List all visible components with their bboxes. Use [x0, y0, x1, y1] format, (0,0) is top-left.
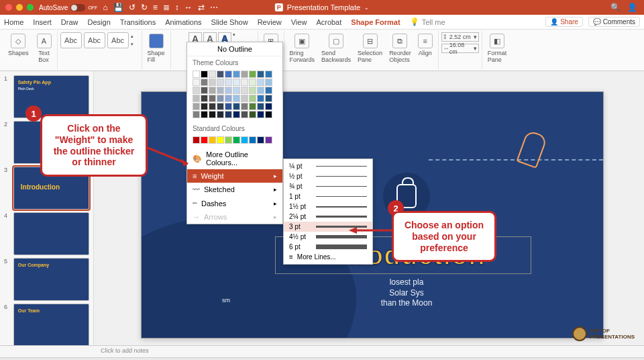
colour-swatch[interactable]	[201, 79, 208, 86]
home-icon[interactable]: ⌂	[103, 3, 107, 12]
search-icon[interactable]: 🔍	[610, 3, 621, 12]
qa-icon[interactable]: ⇄	[198, 3, 205, 12]
height-input[interactable]: ‡ 2.52 cm ▾	[441, 32, 479, 42]
colour-swatch[interactable]	[217, 111, 224, 118]
colour-swatch[interactable]	[257, 71, 264, 78]
thumbnail[interactable]	[13, 212, 89, 255]
colour-swatch[interactable]	[233, 79, 240, 86]
tab-shape-format[interactable]: Shape Format	[351, 18, 400, 26]
style-gallery-scroll[interactable]: ▴▾	[131, 32, 139, 48]
colour-swatch[interactable]	[257, 103, 264, 110]
qa-icon[interactable]: ↕	[175, 3, 179, 12]
more-lines-option[interactable]: ≡More Lines...	[284, 252, 372, 262]
colour-swatch[interactable]	[257, 136, 264, 144]
qa-icon[interactable]: ≡	[153, 3, 158, 12]
tab-transitions[interactable]: Transitions	[120, 18, 156, 26]
colour-swatch[interactable]	[265, 79, 272, 86]
colour-swatch[interactable]	[217, 103, 224, 110]
colour-swatch[interactable]	[209, 103, 216, 110]
bring-forward-button[interactable]: ▣Bring Forwards	[287, 32, 318, 64]
no-outline-option[interactable]: No Outline	[187, 42, 282, 56]
colour-swatch[interactable]	[209, 87, 216, 94]
colour-swatch[interactable]	[209, 111, 216, 118]
colour-swatch[interactable]	[217, 71, 224, 78]
thumbnail[interactable]: Our Team	[13, 304, 89, 345]
colour-swatch[interactable]	[257, 87, 264, 94]
weight-submenu[interactable]: ≡Weight	[187, 169, 282, 183]
colour-swatch[interactable]	[193, 71, 200, 78]
textbox-button[interactable]: AText Box	[34, 32, 54, 64]
tab-view[interactable]: View	[291, 18, 307, 26]
colour-swatch[interactable]	[265, 103, 272, 110]
colour-swatch[interactable]	[225, 103, 232, 110]
colour-swatch[interactable]	[225, 136, 232, 144]
slide-thumbnails[interactable]: 1Safety Pin AppPitch Deck 2 3Introductio…	[0, 71, 94, 345]
minimize-icon[interactable]	[16, 4, 23, 11]
tab-design[interactable]: Design	[88, 18, 111, 26]
colour-swatch[interactable]	[265, 136, 272, 144]
colour-swatch[interactable]	[233, 87, 240, 94]
colour-swatch[interactable]	[241, 71, 248, 78]
colour-swatch[interactable]	[217, 79, 224, 86]
selection-pane-button[interactable]: ⊟Selection Pane	[355, 32, 385, 64]
colour-swatch[interactable]	[193, 111, 200, 118]
chevron-down-icon[interactable]: ⌄	[364, 5, 369, 11]
colour-swatch[interactable]	[217, 136, 224, 144]
colour-swatch[interactable]	[201, 71, 208, 78]
colour-swatch[interactable]	[225, 79, 232, 86]
width-input[interactable]: ↔ 16.08 cm ▾	[441, 44, 479, 53]
align-button[interactable]: ≡Align	[415, 32, 435, 58]
comments-button[interactable]: 💬 Comments	[588, 17, 640, 27]
tab-insert[interactable]: Insert	[33, 18, 52, 26]
colour-swatch[interactable]	[201, 111, 208, 118]
standard-colour-swatches[interactable]	[187, 135, 282, 148]
user-icon[interactable]: 👤	[627, 3, 637, 12]
colour-swatch[interactable]	[201, 103, 208, 110]
colour-swatch[interactable]	[225, 87, 232, 94]
thumbnail[interactable]: Our Company	[13, 258, 89, 301]
shape-style-preset[interactable]: Abc	[60, 32, 82, 48]
shape-fill-button[interactable]: Shape Fill	[145, 32, 168, 64]
colour-swatch[interactable]	[225, 95, 232, 102]
weight-option[interactable]: ¼ pt	[284, 161, 372, 171]
colour-swatch[interactable]	[265, 95, 272, 102]
colour-swatch[interactable]	[249, 71, 256, 78]
share-button[interactable]: 👤 Share	[545, 17, 582, 27]
tab-animations[interactable]: Animations	[165, 18, 201, 26]
close-icon[interactable]	[5, 4, 12, 11]
weight-option[interactable]: 2¼ pt	[284, 212, 372, 222]
colour-swatch[interactable]	[241, 95, 248, 102]
tab-acrobat[interactable]: Acrobat	[316, 18, 341, 26]
colour-swatch[interactable]	[233, 95, 240, 102]
save-icon[interactable]: 💾	[113, 3, 123, 12]
weight-option[interactable]: 1 pt	[284, 191, 372, 201]
colour-swatch[interactable]	[249, 103, 256, 110]
colour-swatch[interactable]	[233, 103, 240, 110]
thumbnail[interactable]: Safety Pin AppPitch Deck	[13, 75, 89, 118]
qa-icon[interactable]: ↔	[184, 3, 193, 12]
colour-swatch[interactable]	[257, 111, 264, 118]
more-outline-colours[interactable]: 🎨More Outline Colours...	[187, 148, 282, 169]
shape-style-preset[interactable]: Abc	[84, 32, 105, 48]
shape-outline-dropdown[interactable]: No Outline Theme Colours Standard Colour…	[186, 42, 283, 224]
colour-swatch[interactable]	[249, 136, 256, 144]
colour-swatch[interactable]	[193, 136, 200, 144]
tell-me-search[interactable]: 💡 Tell me	[410, 17, 445, 26]
notes-pane[interactable]: Click to add notes	[0, 345, 644, 357]
qa-icon[interactable]: ≣	[163, 3, 170, 12]
autosave-toggle[interactable]: AutoSave OFF	[39, 4, 97, 11]
colour-swatch[interactable]	[241, 136, 248, 144]
format-pane-button[interactable]: ◧Format Pane	[485, 32, 510, 64]
weight-submenu-panel[interactable]: ¼ pt½ pt¾ pt1 pt1½ pt2¼ pt3 pt4½ pt6 pt≡…	[283, 159, 373, 265]
maximize-icon[interactable]	[27, 4, 34, 11]
colour-swatch[interactable]	[217, 87, 224, 94]
undo-icon[interactable]: ↺	[129, 3, 136, 12]
send-backward-button[interactable]: ▢Send Backwards	[319, 32, 354, 64]
tab-slideshow[interactable]: Slide Show	[211, 18, 248, 26]
colour-swatch[interactable]	[209, 79, 216, 86]
colour-swatch[interactable]	[233, 111, 240, 118]
colour-swatch[interactable]	[217, 95, 224, 102]
weight-option[interactable]: 1½ pt	[284, 201, 372, 212]
sketched-submenu[interactable]: 〰Sketched	[187, 183, 282, 196]
colour-swatch[interactable]	[249, 111, 256, 118]
